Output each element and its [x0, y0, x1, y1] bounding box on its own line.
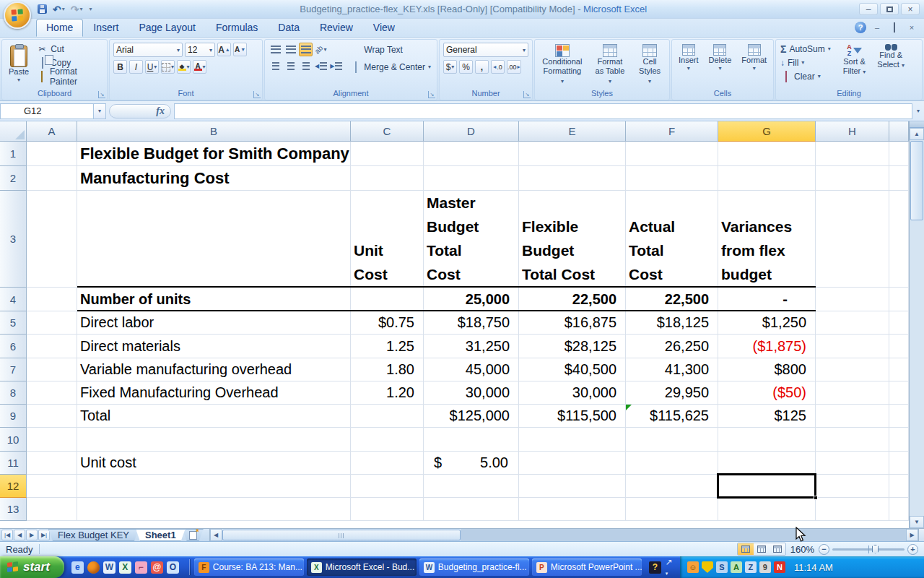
shrink-font-button[interactable]: A▼ — [233, 43, 247, 56]
ribbon-tab-insert[interactable]: Insert — [83, 19, 128, 37]
cell-D4[interactable]: 25,000 — [424, 288, 519, 311]
taskbar-button-powerpoint[interactable]: PMicrosoft PowerPoint ... — [532, 558, 642, 576]
cell-H11[interactable] — [816, 452, 889, 475]
cell-G4[interactable]: - — [718, 288, 816, 311]
cell-G1[interactable] — [718, 142, 816, 166]
cell-F7[interactable]: 41,300 — [626, 358, 718, 381]
cell-A5[interactable] — [27, 311, 77, 335]
autosum-button[interactable]: ΣAutoSum▾ — [779, 42, 832, 56]
horizontal-scrollbar-track[interactable] — [461, 529, 906, 541]
save-button[interactable] — [36, 2, 48, 17]
formula-bar-expand-icon[interactable]: ▾ — [912, 103, 924, 119]
fill-color-button[interactable]: ◆▾ — [177, 60, 191, 74]
column-header-B[interactable]: B — [77, 121, 351, 142]
restore-button[interactable] — [880, 3, 899, 15]
fill-button[interactable]: ↓Fill▾ — [779, 56, 832, 69]
increase-indent-button[interactable]: ▶ — [329, 59, 343, 73]
cell-x9[interactable] — [889, 405, 909, 428]
cell-H1[interactable] — [816, 142, 889, 166]
column-header-C[interactable]: C — [351, 121, 424, 142]
zip-icon[interactable]: Z — [745, 561, 757, 573]
cell-x8[interactable] — [889, 381, 909, 405]
cell-E9[interactable]: $115,500 — [519, 405, 626, 428]
ribbon-tab-formulas[interactable]: Formulas — [206, 19, 268, 37]
zoom-in-button[interactable]: + — [907, 544, 918, 555]
insert-worksheet-tab[interactable] — [183, 529, 204, 541]
undock-icon[interactable]: ↗▾ — [666, 557, 673, 577]
cell-x5[interactable] — [889, 311, 909, 335]
scroll-up-button[interactable]: ▲ — [910, 128, 924, 140]
cell-G11[interactable] — [718, 452, 816, 475]
cell-A11[interactable] — [27, 452, 77, 475]
cell-F8[interactable]: 29,950 — [626, 381, 718, 405]
column-header-D[interactable]: D — [424, 121, 519, 142]
sheet-tab-sheet1[interactable]: Sheet1 — [136, 529, 186, 541]
cell-F6[interactable]: 26,250 — [626, 335, 718, 358]
cut-button[interactable]: ✂Cut — [35, 42, 104, 56]
insert-function-button[interactable]: fx — [109, 104, 171, 118]
cell-C5[interactable]: $0.75 — [351, 311, 424, 335]
find-select-button[interactable]: Find &Select ▾ — [873, 42, 908, 89]
cell-B12[interactable] — [77, 475, 351, 498]
clear-button[interactable]: Clear▾ — [779, 69, 832, 83]
merge-center-button[interactable]: Merge & Center▾ — [349, 60, 432, 74]
shield-icon[interactable] — [702, 561, 713, 573]
sheet-tab-flex-budget-key[interactable]: Flex Budget KEY — [48, 529, 139, 541]
accounting-format-button[interactable]: $▾ — [443, 60, 457, 74]
cell-C12[interactable] — [351, 475, 424, 498]
cell-F10[interactable] — [626, 428, 718, 452]
font-size-select[interactable]: 12▾ — [185, 43, 215, 57]
row-header-1[interactable]: 1 — [0, 142, 27, 166]
cell-G6[interactable]: ($1,875) — [718, 335, 816, 358]
horizontal-scrollbar[interactable]: ◀ ▶ — [209, 529, 924, 541]
cell-D2[interactable] — [424, 166, 519, 191]
alignment-dialog-launcher[interactable]: ↘ — [428, 91, 435, 98]
cell-H10[interactable] — [816, 428, 889, 452]
cell-x7[interactable] — [889, 358, 909, 381]
cell-A8[interactable] — [27, 381, 77, 405]
column-header-F[interactable]: F — [626, 121, 718, 142]
ribbon-tab-review[interactable]: Review — [310, 19, 363, 37]
cell-C1[interactable] — [351, 142, 424, 166]
taskbar-button-word[interactable]: WBudgeting_practice-fl... — [419, 558, 529, 576]
cell-E4[interactable]: 22,500 — [519, 288, 626, 311]
ribbon-tab-page-layout[interactable]: Page Layout — [128, 19, 206, 37]
clipboard-dialog-launcher[interactable]: ↘ — [98, 91, 105, 98]
last-sheet-button[interactable]: ▶| — [38, 530, 50, 540]
row-header-2[interactable]: 2 — [0, 166, 27, 191]
number-format-select[interactable]: General▾ — [443, 43, 528, 57]
number-dialog-launcher[interactable]: ↘ — [523, 91, 531, 98]
updates-icon[interactable]: 9 — [759, 561, 771, 573]
font-color-button[interactable]: A▾ — [193, 60, 206, 74]
taskbar-button-firefox[interactable]: FCourse: BA 213: Man... — [194, 558, 304, 576]
cell-A2[interactable] — [27, 166, 77, 191]
cell-B11[interactable]: Unit cost — [77, 452, 351, 475]
cell-B8[interactable]: Fixed Manufacturing Overhead — [77, 381, 351, 405]
cell-H13[interactable] — [816, 498, 889, 521]
cell-x12[interactable] — [889, 475, 909, 498]
cell-G2[interactable] — [718, 166, 816, 191]
increase-decimal-button[interactable]: ◂.0 — [491, 60, 505, 74]
tab-split-handle[interactable] — [918, 529, 924, 541]
cell-B9[interactable]: Total — [77, 405, 351, 428]
font-dialog-launcher[interactable]: ↘ — [253, 91, 261, 98]
cell-F13[interactable] — [626, 498, 718, 521]
messenger-icon[interactable]: ☺ — [687, 561, 699, 573]
cell-B4[interactable]: Number of units — [77, 288, 351, 311]
help-badge-icon[interactable]: ? — [649, 561, 661, 574]
insert-cells-button[interactable]: Insert▾ — [675, 42, 702, 89]
cell-F5[interactable]: $18,125 — [626, 311, 718, 335]
workbook-minimize-button[interactable]: – — [871, 23, 884, 32]
norton-icon[interactable]: N — [774, 561, 785, 573]
cell-x10[interactable] — [889, 428, 909, 452]
cell-D9[interactable]: $125,000 — [424, 405, 519, 428]
row-header-10[interactable]: 10 — [0, 428, 27, 452]
cell-D6[interactable]: 31,250 — [424, 335, 519, 358]
column-header-A[interactable]: A — [27, 121, 77, 142]
undo-button[interactable]: ↶▾ — [51, 2, 66, 17]
cell-H3[interactable] — [816, 191, 889, 288]
row-header-7[interactable]: 7 — [0, 358, 27, 381]
cell-C4[interactable] — [351, 288, 424, 311]
row-header-8[interactable]: 8 — [0, 381, 27, 405]
cell-x11[interactable] — [889, 452, 909, 475]
